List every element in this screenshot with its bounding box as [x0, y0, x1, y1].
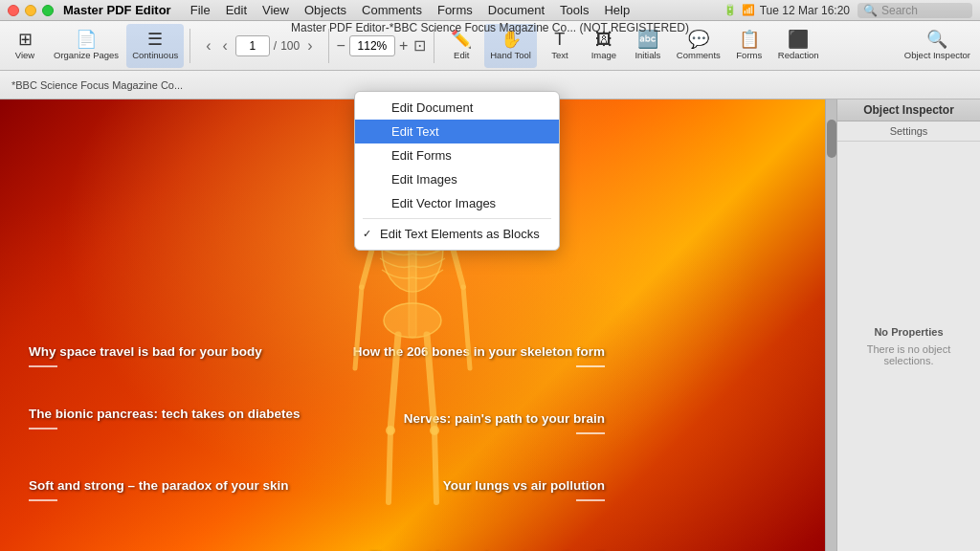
organize-icon: 📄: [76, 31, 97, 48]
image-button[interactable]: 🖼 Image: [583, 24, 625, 68]
menu-tools[interactable]: Tools: [552, 3, 596, 17]
text-button[interactable]: T Text: [539, 24, 581, 68]
svg-line-11: [427, 335, 434, 430]
menu-forms[interactable]: Forms: [430, 3, 480, 17]
menu-edit-vector[interactable]: Edit Vector Images: [355, 191, 559, 215]
menu-bar: Master PDF Editor File Edit View Objects…: [0, 0, 980, 21]
menu-file[interactable]: File: [183, 3, 218, 17]
menu-edit-text[interactable]: Edit Text: [355, 120, 559, 143]
inspector-icon: 🔍: [926, 31, 947, 48]
main-toolbar: ⊞ View 📄 Organize Pages ☰ Continuous ‹ ‹…: [0, 21, 980, 71]
close-button[interactable]: [8, 5, 19, 16]
edit-label: Edit: [454, 50, 469, 60]
app-name: Master PDF Editor: [63, 3, 171, 17]
article-left-2: The bionic pancreas: tech takes on diabe…: [29, 406, 301, 434]
menu-edit[interactable]: Edit: [218, 3, 255, 17]
view-icon: ⊞: [18, 31, 33, 48]
menu-edit-text-blocks[interactable]: ✓ Edit Text Elements as Blocks: [355, 222, 559, 246]
forms-label: Forms: [736, 50, 762, 60]
comments-icon: 💬: [688, 31, 709, 48]
separator-2: [328, 29, 329, 63]
wifi-icon: 📶: [742, 4, 755, 16]
menu-edit-document[interactable]: Edit Document: [355, 96, 559, 120]
battery-icon: 🔋: [724, 4, 737, 16]
system-icons: 🔋 📶 Tue 12 Mar 16:20: [724, 4, 850, 17]
hand-icon: ✋: [501, 31, 522, 48]
vertical-scrollbar[interactable]: [825, 99, 836, 551]
menu-document[interactable]: Document: [480, 3, 552, 17]
prev-page-button[interactable]: ‹: [202, 35, 214, 56]
comments-button[interactable]: 💬 Comments: [671, 24, 726, 68]
svg-line-10: [389, 430, 390, 502]
maximize-button[interactable]: [42, 5, 54, 16]
initials-button[interactable]: 🔤 Initials: [627, 24, 669, 68]
next-page-button[interactable]: ›: [303, 35, 316, 56]
view-button[interactable]: ⊞ View: [4, 24, 46, 68]
edit-button[interactable]: ✏️ Edit: [440, 24, 482, 68]
menu-comments[interactable]: Comments: [354, 3, 430, 17]
menu-objects[interactable]: Objects: [297, 3, 354, 17]
menu-view[interactable]: View: [255, 3, 297, 17]
image-label: Image: [591, 50, 616, 60]
forms-button[interactable]: 📋 Forms: [728, 24, 770, 68]
continuous-button[interactable]: ☰ Continuous: [126, 24, 184, 68]
clock: Tue 12 Mar 16:20: [760, 4, 850, 17]
hand-label: Hand Tool: [490, 50, 531, 60]
page-separator: /: [274, 39, 277, 53]
initials-label: Initials: [635, 50, 660, 60]
inspector-label: Object Inspector: [904, 50, 970, 60]
organize-pages-button[interactable]: 📄 Organize Pages: [48, 24, 124, 68]
search-box[interactable]: 🔍 Search: [858, 3, 972, 18]
zoom-controls: − + ⊡: [335, 35, 429, 56]
zoom-in-button[interactable]: +: [397, 37, 410, 55]
zoom-input[interactable]: [349, 35, 395, 56]
article-left-1: Why space travel is bad for your body: [29, 343, 262, 372]
no-properties-label: No Properties: [874, 326, 943, 338]
breadcrumb[interactable]: *BBC Science Focus Magazine Co...: [6, 77, 189, 93]
no-selection-label: There is no object selections.: [847, 343, 970, 366]
edit-icon: ✏️: [451, 31, 472, 48]
page-total: 100: [280, 39, 300, 53]
checkmark-text-blocks: ✓: [363, 228, 374, 240]
object-inspector-panel: Object Inspector Settings No Properties …: [836, 99, 980, 551]
page-number-input[interactable]: [235, 35, 270, 56]
hand-tool-button[interactable]: ✋ Hand Tool: [484, 24, 537, 68]
separator-3: [434, 29, 434, 63]
minimize-button[interactable]: [25, 5, 36, 16]
inspector-empty-state: No Properties There is no object selecti…: [837, 142, 980, 551]
menu-edit-images[interactable]: Edit Images: [355, 167, 559, 191]
text-icon: T: [554, 31, 565, 48]
svg-line-6: [355, 287, 362, 368]
object-inspector-button[interactable]: 🔍 Object Inspector: [899, 24, 976, 68]
page-navigation: ‹ ‹ / 100 ›: [202, 35, 316, 56]
search-placeholder: Search: [881, 4, 918, 17]
menu-edit-forms[interactable]: Edit Forms: [355, 143, 559, 167]
initials-icon: 🔤: [637, 31, 658, 48]
text-label: Text: [551, 50, 568, 60]
separator-1: [189, 29, 190, 63]
article-left-3: Soft and strong – the paradox of your sk…: [29, 477, 289, 506]
svg-point-13: [386, 426, 395, 435]
back-button[interactable]: ‹: [219, 35, 232, 56]
comments-label: Comments: [677, 50, 721, 60]
menu-separator: [363, 218, 551, 219]
redaction-button[interactable]: ⬛ Redaction: [772, 24, 825, 68]
continuous-icon: ☰: [147, 31, 163, 48]
image-icon: 🖼: [595, 31, 612, 48]
inspector-settings[interactable]: Settings: [837, 121, 980, 142]
organize-label: Organize Pages: [54, 50, 119, 60]
view-label: View: [15, 50, 34, 60]
continuous-label: Continuous: [132, 50, 178, 60]
svg-line-12: [434, 430, 436, 502]
traffic-lights: [8, 5, 54, 16]
svg-line-8: [463, 287, 470, 368]
zoom-out-button[interactable]: −: [335, 37, 347, 55]
inspector-title: Object Inspector: [837, 99, 980, 121]
svg-point-4: [384, 303, 441, 338]
scroll-thumb[interactable]: [827, 120, 836, 158]
search-icon: 🔍: [863, 4, 878, 17]
redaction-icon: ⬛: [788, 31, 809, 48]
menu-help[interactable]: Help: [596, 3, 637, 17]
fit-page-button[interactable]: ⊡: [412, 36, 428, 55]
svg-point-14: [430, 426, 439, 435]
